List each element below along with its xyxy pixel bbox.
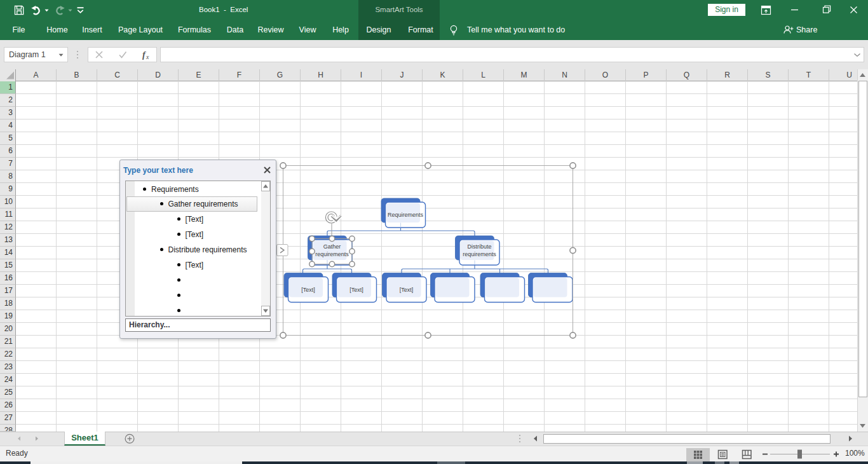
svg-text:Distribute: Distribute <box>467 243 491 250</box>
svg-text:Requirements: Requirements <box>388 212 424 218</box>
svg-text:[Text]: [Text] <box>349 287 363 293</box>
svg-text:[Text]: [Text] <box>301 287 315 293</box>
svg-text:requirements: requirements <box>315 251 349 257</box>
svg-text:[Text]: [Text] <box>400 287 414 293</box>
svg-text:requirements: requirements <box>463 251 496 257</box>
svg-text:Gather: Gather <box>323 243 341 250</box>
